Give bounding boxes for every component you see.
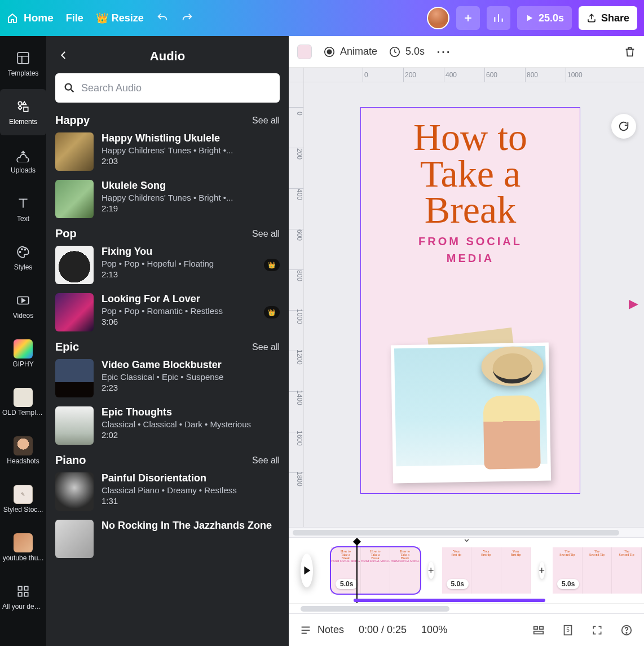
audio-track[interactable]: Ukulele SongHappy Childrens' Tunes • Bri…	[55, 180, 280, 218]
section-title: Piano	[55, 454, 86, 467]
notes-button[interactable]: Notes	[299, 624, 344, 636]
rail-item-headshots[interactable]: Headshots	[0, 428, 46, 475]
page-title-text[interactable]: How toTake aBreak	[361, 119, 580, 228]
clock-icon	[389, 46, 401, 58]
help-icon[interactable]	[619, 623, 634, 638]
duration-button[interactable]: 5.0s	[389, 46, 425, 58]
rail-item-styles[interactable]: Styles	[0, 234, 46, 281]
photo-frame[interactable]	[391, 343, 551, 484]
duration-label: 5.0s	[405, 46, 425, 57]
audio-track[interactable]: No Rocking In The Jazzhands Zone	[55, 520, 280, 558]
section-title: Happy	[55, 114, 90, 127]
track-name: Happy Whistling Ukulele	[102, 132, 280, 144]
see-all-link[interactable]: See all	[252, 455, 280, 466]
svg-rect-15	[534, 626, 537, 629]
zoom-level[interactable]: 100%	[421, 624, 447, 636]
insights-button[interactable]	[487, 6, 510, 30]
svg-rect-0	[17, 52, 29, 64]
see-all-link[interactable]: See all	[252, 229, 280, 239]
rail-item-styled-stock[interactable]: ✎Styled Stoc...	[0, 477, 46, 523]
rail-item-label: Videos	[0, 312, 46, 320]
rail-item-elements[interactable]: Elements	[0, 89, 46, 135]
canvas-h-scrollbar[interactable]	[289, 527, 644, 537]
timeline-slide[interactable]: TheSecond TipTheSecond TipTheSecond Tip5…	[553, 547, 642, 594]
add-slide-button[interactable]: +	[428, 562, 434, 579]
rail-item-giphy[interactable]: GIPHY	[0, 331, 46, 378]
styled-stock-icon: ✎	[14, 486, 33, 502]
rail-item-label: OLD Templa...	[0, 409, 46, 417]
track-thumb	[55, 472, 94, 511]
svg-rect-2	[24, 107, 28, 112]
search-box[interactable]	[55, 73, 280, 103]
rail-item-templates[interactable]: Templates	[0, 41, 46, 87]
timeline-h-scrollbar[interactable]	[289, 603, 644, 613]
track-thumb	[55, 359, 94, 397]
add-slide-button[interactable]: +	[539, 562, 545, 579]
audio-track[interactable]: Happy Whistling UkuleleHappy Childrens' …	[55, 132, 280, 171]
refresh-button[interactable]	[611, 114, 636, 139]
svg-point-13	[327, 50, 331, 54]
timeline-play-button[interactable]	[301, 554, 313, 587]
rail-item-all-designs[interactable]: All your desi...	[0, 574, 46, 620]
color-swatch[interactable]	[297, 45, 312, 59]
audio-track[interactable]: Video Game BlockbusterEpic Classical • E…	[55, 359, 280, 397]
pro-badge-icon: 👑	[264, 259, 280, 271]
svg-rect-10	[24, 592, 28, 596]
svg-point-3	[20, 251, 21, 253]
elements-icon	[16, 99, 30, 114]
page[interactable]: How toTake aBreak FROM SOCIALMEDIA	[360, 107, 580, 494]
track-tags: Happy Childrens' Tunes • Bright •...	[102, 145, 280, 155]
canvas-stage[interactable]: How toTake aBreak FROM SOCIALMEDIA ▶	[304, 82, 644, 527]
playhead[interactable]	[354, 538, 360, 603]
audio-track[interactable]: Fixing YouPop • Pop • Hopeful • Floating…	[55, 246, 280, 284]
track-tags: Classical • Classical • Dark • Mysteriou…	[102, 419, 280, 429]
rail-item-uploads[interactable]: Uploads	[0, 138, 46, 184]
audio-panel: Audio HappySee allHappy Whistling Ukulel…	[46, 36, 289, 646]
avatar[interactable]	[427, 7, 449, 29]
page-count-icon[interactable]: 5	[561, 623, 575, 638]
delete-button[interactable]	[624, 46, 636, 58]
top-left-cluster: Home File 👑 Resize	[7, 12, 193, 24]
track-duration: 3:06	[102, 317, 256, 326]
top-right-cluster: 25.0s Share	[427, 6, 637, 30]
svg-point-4	[21, 249, 23, 250]
animate-button[interactable]: Animate	[323, 46, 377, 58]
track-tags: Epic Classical • Epic • Suspense	[102, 372, 280, 382]
rail-item-videos[interactable]: Videos	[0, 283, 46, 329]
panel-back-button[interactable]	[55, 46, 72, 67]
present-button[interactable]: 25.0s	[517, 6, 572, 30]
search-icon	[63, 82, 76, 94]
rail-item-youtube[interactable]: youtube thu...	[0, 525, 46, 572]
share-button[interactable]: Share	[579, 6, 637, 30]
home-button[interactable]: Home	[7, 12, 54, 24]
file-menu[interactable]: File	[66, 12, 83, 24]
old-templates-icon	[14, 390, 33, 405]
rail-item-text[interactable]: Text	[0, 186, 46, 232]
timeline-slide[interactable]: How toTake aBreakFROM SOCIAL MEDIAHow to…	[331, 547, 420, 594]
next-page-arrow[interactable]: ▶	[629, 297, 638, 311]
resize-menu[interactable]: 👑 Resize	[96, 12, 144, 24]
see-all-link[interactable]: See all	[252, 116, 280, 126]
redo-button[interactable]	[181, 12, 193, 24]
fullscreen-icon[interactable]	[590, 623, 605, 638]
left-rail: TemplatesElementsUploadsTextStylesVideos…	[0, 36, 46, 646]
undo-button[interactable]	[156, 12, 169, 24]
audio-track[interactable]: Epic ThoughtsClassical • Classical • Dar…	[55, 406, 280, 445]
collapse-panel-button[interactable]: ‹	[289, 317, 289, 351]
page-subtitle-text[interactable]: FROM SOCIALMEDIA	[361, 233, 580, 267]
audio-track[interactable]: Painful DisorientationClassical Piano • …	[55, 472, 280, 511]
rail-item-label: Text	[0, 215, 46, 223]
search-input[interactable]	[81, 82, 272, 94]
timeline-slide[interactable]: Yourfirst tipYourfirst tipYourfirst tip5…	[442, 547, 531, 594]
audio-track[interactable]: Looking For A LoverPop • Pop • Romantic …	[55, 293, 280, 331]
rail-item-old-templates[interactable]: OLD Templa...	[0, 380, 46, 426]
track-name: Epic Thoughts	[102, 406, 280, 418]
vertical-ruler: 020040060080010001200140016001800	[289, 82, 304, 527]
timeline-collapse-chevron[interactable]: ⌄	[462, 538, 471, 545]
add-member-button[interactable]	[456, 6, 480, 30]
panel-title: Audio	[150, 49, 185, 64]
youtube-icon	[14, 535, 33, 551]
track-duration: 2:03	[102, 156, 280, 166]
grid-view-icon[interactable]	[531, 623, 546, 638]
see-all-link[interactable]: See all	[252, 342, 280, 352]
